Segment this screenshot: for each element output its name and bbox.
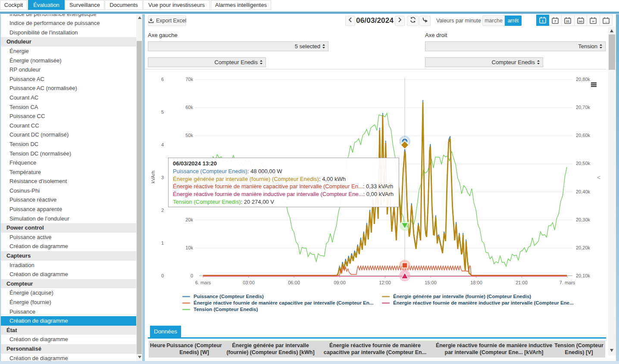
svg-text:365: 365 <box>578 20 582 23</box>
svg-text:1: 1 <box>542 19 544 23</box>
svg-text:7: 7 <box>554 19 556 23</box>
svg-text:∞: ∞ <box>592 19 594 23</box>
svg-text:...: ... <box>604 19 607 23</box>
svg-text:31: 31 <box>566 20 569 23</box>
